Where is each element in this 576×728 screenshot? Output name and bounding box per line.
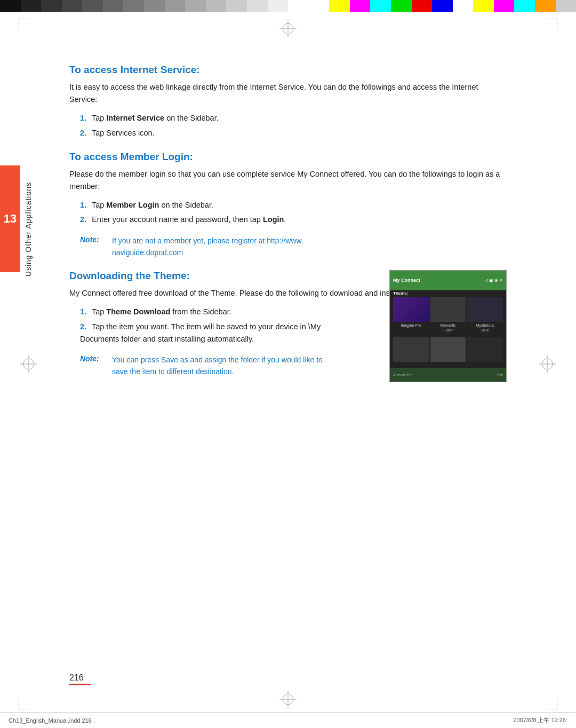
member-step-2-text: Enter your account name and password, th… [92,215,286,224]
member-step-1-text: Tap Member Login on the Sidebar. [92,201,213,209]
step-num-t2: 2. [80,322,86,331]
member-login-steps: 1. Tap Member Login on the Sidebar. 2. E… [80,199,507,226]
reg-cross-bottom [278,690,298,709]
theme-steps-area: 1. Tap Theme Download from the Sidebar. … [69,306,331,386]
corner-mark-tl [19,19,29,29]
step-num-m2: 2. [80,215,86,224]
internet-heading: To access Internet Service: [69,64,507,76]
theme-step-2: 2. Tap the item you want. The item will … [80,321,331,345]
phone-bottom-bar: Activate the Exit [390,368,506,382]
internet-steps: 1. Tap Internet Service on the Sidebar. … [80,112,507,139]
theme-note-label: Note: [80,354,112,378]
theme-steps: 1. Tap Theme Download from the Sidebar. … [80,306,331,345]
reg-cross-left [19,354,38,374]
member-note-text: If you are not a member yet, please regi… [112,235,303,259]
footer-bar: Ch13_English_Manual.indd 216 2007/6/8 上午… [0,712,576,728]
member-login-intro: Please do the member login so that you c… [69,168,507,193]
phone-grid-row2 [393,337,503,362]
internet-step-1: 1. Tap Internet Service on the Sidebar. [80,112,507,124]
theme-note-text: You can press Save as and assign the fol… [112,354,331,378]
phone-grid-row1 [393,297,503,322]
member-login-section: To access Member Login: Please do the me… [69,151,507,259]
theme-step-2-text: Tap the item you want. The item will be … [80,322,321,343]
phone-grid-item-4 [393,337,429,362]
phone-bottom-right: Exit [497,373,503,377]
internet-intro: It is easy to access the web linkage dir… [69,81,507,106]
internet-step-1-text: Tap Internet Service on the Sidebar. [92,114,219,122]
step-num-m1: 1. [80,201,86,209]
corner-mark-bl [19,699,29,709]
member-login-heading: To access Member Login: [69,151,507,163]
footer-left: Ch13_English_Manual.indd 216 [9,717,92,724]
color-bar [0,0,576,12]
chapter-number: 13 [4,212,17,226]
internet-step-2: 2. Tap Services icon. [80,127,507,139]
phone-grid-labels-row1: Imagine Pro RomanticFusion MysteriousBlu… [393,323,503,333]
phone-top-bar: My Connect ◁▣⊕✕ [390,271,506,290]
internet-section: To access Internet Service: It is easy t… [69,64,507,139]
chapter-label-text: Using Other Applications [24,182,33,276]
phone-grid-item-1 [393,297,429,322]
theme-note: Note: You can press Save as and assign t… [80,354,331,378]
corner-mark-tr [547,19,557,29]
step-num-2: 2. [80,129,86,137]
internet-step-2-text: Tap Services icon. [92,129,155,137]
page-number-underline [69,684,91,685]
phone-screenshot: My Connect ◁▣⊕✕ Theme: [389,270,507,382]
phone-bottom-left: Activate the [393,373,413,377]
reg-cross-top [278,19,298,38]
vertical-label: Using Other Applications [21,155,35,304]
member-login-note: Note: If you are not a member yet, pleas… [80,235,507,259]
phone-title: My Connect [393,278,420,283]
theme-section: Downloading the Theme: My Connect offere… [69,270,507,386]
theme-step-1-text: Tap Theme Download from the Sidebar. [92,307,231,316]
member-step-1: 1. Tap Member Login on the Sidebar. [80,199,507,211]
page-number: 216 [69,673,84,683]
reg-cross-right [538,354,557,374]
footer-right: 2007/6/8 上午 12:26: [513,716,567,724]
phone-sidebar-label: Theme: [393,291,408,296]
phone-grid-item-5 [430,337,466,362]
theme-step-1: 1. Tap Theme Download from the Sidebar. [80,306,331,318]
step-num-t1: 1. [80,307,86,316]
phone-grid-item-2 [430,297,466,322]
phone-label-3: MysteriousBlue [467,323,503,333]
main-content: To access Internet Service: It is easy t… [69,64,507,398]
phone-grid-item-3 [467,297,503,322]
chapter-tab: 13 [0,165,20,272]
phone-status-icons: ◁▣⊕✕ [485,278,503,283]
phone-screen: My Connect ◁▣⊕✕ Theme: [390,271,506,382]
phone-grid-item-6 [467,337,503,362]
member-note-label: Note: [80,235,112,259]
member-step-2: 2. Enter your account name and password,… [80,213,507,226]
phone-label-2: RomanticFusion [430,323,466,333]
corner-mark-br [547,699,557,709]
phone-label-1: Imagine Pro [393,323,429,333]
step-num-1: 1. [80,114,86,122]
